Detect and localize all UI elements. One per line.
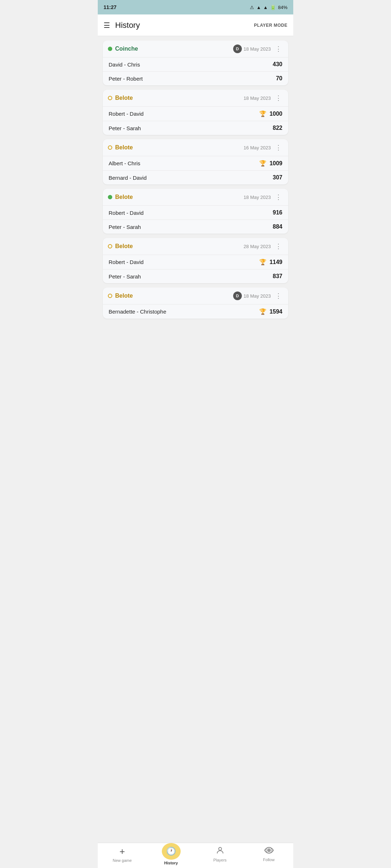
- team-name: Bernard - David: [109, 175, 147, 181]
- team-name: David - Chris: [109, 61, 140, 68]
- battery-percent: 84%: [278, 5, 287, 10]
- team-name: Robert - David: [109, 111, 144, 117]
- team-name: Peter - Sarah: [109, 224, 141, 230]
- game-card-4: Belote 18 May 2023 ⋮ Robert - David 916 …: [103, 189, 288, 234]
- header: ☰ History PLAYER MODE: [98, 14, 293, 36]
- team-name: Albert - Chris: [109, 160, 140, 166]
- game-card-1: Coinche D 18 May 2023 ⋮ David - Chris 43…: [103, 41, 288, 85]
- trophy-icon: 🏆: [259, 160, 266, 167]
- score-right: 🏆 1594: [259, 308, 282, 315]
- team-name: Bernadette - Christophe: [109, 309, 166, 315]
- game-status-dot: [108, 96, 112, 100]
- team-name: Peter - Sarah: [109, 273, 141, 280]
- score-value: 1009: [269, 160, 282, 167]
- date-badge: 18 May 2023: [244, 95, 271, 101]
- trophy-icon: 🏆: [259, 259, 266, 265]
- card-header-2: Belote 18 May 2023 ⋮: [103, 90, 288, 106]
- score-row: Peter - Robert 70: [103, 71, 288, 85]
- score-value: 837: [273, 273, 282, 280]
- date-badge: D 18 May 2023: [233, 292, 271, 300]
- score-right: 837: [273, 273, 282, 280]
- d-badge: D: [233, 44, 242, 53]
- score-row: Albert - Chris 🏆 1009: [103, 156, 288, 170]
- page-title: History: [115, 21, 254, 30]
- score-right: 884: [273, 224, 282, 230]
- score-value: 884: [273, 224, 282, 230]
- team-name: Peter - Robert: [109, 76, 143, 82]
- score-row: Peter - Sarah 822: [103, 121, 288, 135]
- score-row: Robert - David 916: [103, 205, 288, 220]
- more-options-icon[interactable]: ⋮: [274, 242, 283, 251]
- score-row: Bernard - David 307: [103, 170, 288, 184]
- more-options-icon[interactable]: ⋮: [274, 192, 283, 202]
- game-card-6: Belote D 18 May 2023 ⋮ Bernadette - Chri…: [103, 288, 288, 319]
- game-status-dot: [108, 294, 112, 298]
- game-name: Belote: [115, 293, 230, 299]
- score-right: 430: [273, 61, 282, 68]
- date-badge: 28 May 2023: [244, 244, 271, 249]
- score-row: David - Chris 430: [103, 57, 288, 71]
- alert-icon: ⚠: [250, 5, 254, 10]
- game-status-dot: [108, 195, 112, 199]
- game-date: 18 May 2023: [244, 293, 271, 299]
- status-bar: 11:27 ⚠ ▲ ▲ 🔋 84%: [98, 0, 293, 14]
- more-options-icon[interactable]: ⋮: [274, 93, 283, 103]
- score-row: Robert - David 🏆 1149: [103, 255, 288, 269]
- score-right: 307: [273, 174, 282, 181]
- score-right: 🏆 1009: [259, 160, 282, 167]
- score-right: 🏆 1149: [259, 259, 282, 265]
- team-name: Robert - David: [109, 259, 144, 265]
- date-badge: 16 May 2023: [244, 145, 271, 150]
- score-value: 916: [273, 209, 282, 216]
- score-row: Peter - Sarah 837: [103, 269, 288, 283]
- card-header-4: Belote 18 May 2023 ⋮: [103, 189, 288, 205]
- score-value: 1149: [269, 259, 282, 265]
- game-name: Belote: [115, 194, 241, 200]
- game-name: Belote: [115, 95, 241, 101]
- battery-icon: 🔋: [270, 5, 276, 10]
- more-options-icon[interactable]: ⋮: [274, 291, 283, 301]
- game-status-dot: [108, 145, 112, 150]
- card-header-6: Belote D 18 May 2023 ⋮: [103, 288, 288, 304]
- date-badge: 18 May 2023: [244, 195, 271, 200]
- status-time: 11:27: [104, 4, 117, 10]
- signal-icon: ▲: [263, 5, 268, 10]
- game-card-3: Belote 16 May 2023 ⋮ Albert - Chris 🏆 10…: [103, 139, 288, 184]
- score-right: 🏆 1000: [259, 110, 282, 117]
- card-header-5: Belote 28 May 2023 ⋮: [103, 238, 288, 255]
- game-date: 18 May 2023: [244, 46, 271, 52]
- game-status-dot: [108, 47, 112, 51]
- game-date: 18 May 2023: [244, 95, 271, 101]
- game-name: Belote: [115, 243, 241, 250]
- game-status-dot: [108, 244, 112, 248]
- game-date: 16 May 2023: [244, 145, 271, 150]
- score-value: 307: [273, 174, 282, 181]
- trophy-icon: 🏆: [259, 308, 266, 315]
- score-right: 822: [273, 125, 282, 131]
- score-value: 70: [276, 75, 282, 82]
- game-date: 18 May 2023: [244, 195, 271, 200]
- score-right: 70: [276, 75, 282, 82]
- more-options-icon[interactable]: ⋮: [274, 143, 283, 152]
- date-badge: D 18 May 2023: [233, 44, 271, 53]
- score-row: Robert - David 🏆 1000: [103, 106, 288, 121]
- wifi-icon: ▲: [256, 5, 261, 10]
- game-card-2: Belote 18 May 2023 ⋮ Robert - David 🏆 10…: [103, 90, 288, 135]
- status-icons: ⚠ ▲ ▲ 🔋 84%: [250, 5, 287, 10]
- team-name: Robert - David: [109, 210, 144, 216]
- score-value: 1594: [269, 309, 282, 315]
- player-mode-button[interactable]: PLAYER MODE: [254, 23, 287, 28]
- score-value: 822: [273, 125, 282, 131]
- team-name: Peter - Sarah: [109, 125, 141, 131]
- more-options-icon[interactable]: ⋮: [274, 44, 283, 54]
- score-value: 1000: [269, 111, 282, 117]
- trophy-icon: 🏆: [259, 110, 266, 117]
- card-header-1: Coinche D 18 May 2023 ⋮: [103, 41, 288, 57]
- score-value: 430: [273, 61, 282, 68]
- game-list: Coinche D 18 May 2023 ⋮ David - Chris 43…: [98, 36, 293, 356]
- hamburger-icon[interactable]: ☰: [104, 21, 110, 30]
- game-card-5: Belote 28 May 2023 ⋮ Robert - David 🏆 11…: [103, 238, 288, 283]
- d-badge: D: [233, 292, 242, 300]
- card-header-3: Belote 16 May 2023 ⋮: [103, 139, 288, 156]
- game-name: Coinche: [115, 46, 230, 52]
